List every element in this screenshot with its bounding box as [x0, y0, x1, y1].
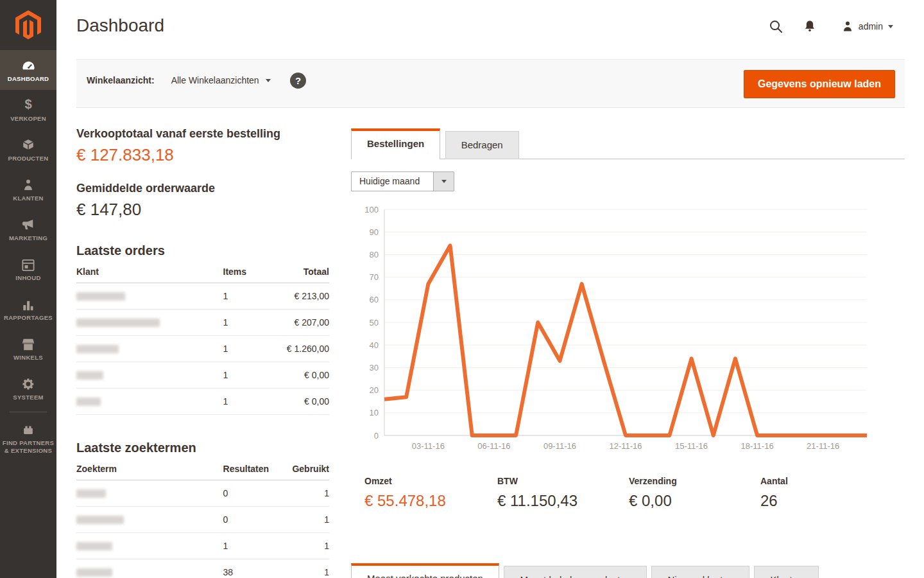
user-icon	[842, 21, 853, 32]
total-aantal: Aantal26	[760, 476, 788, 510]
chart-tabs: Bestellingen Bedragen	[351, 128, 905, 159]
table-row[interactable]: 1€ 0,00	[76, 362, 329, 389]
redacted-customer-name	[76, 345, 119, 353]
tab-bestellingen[interactable]: Bestellingen	[351, 128, 440, 159]
search-icon[interactable]	[769, 19, 783, 33]
total-btw: BTW€ 11.150,43	[497, 476, 578, 510]
header-actions: admin	[769, 19, 893, 33]
sidebar-divider	[10, 412, 47, 412]
sidebar: DASHBOARD $ VERKOPEN PRODUCTEN	[0, 0, 56, 578]
sidebar-item-producten[interactable]: PRODUCTEN	[0, 130, 56, 170]
sidebar-item-label: FIND PARTNERS & EXTENSIONS	[1, 439, 55, 455]
last-orders-title: Laatste orders	[76, 243, 329, 258]
tab-bedragen[interactable]: Bedragen	[445, 131, 519, 159]
svg-text:$: $	[24, 97, 31, 111]
store-view-label: Winkelaanzicht:	[87, 75, 155, 85]
page-title: Dashboard	[76, 15, 164, 36]
sidebar-item-label: SYSTEEM	[1, 394, 55, 401]
redacted-search-term	[76, 542, 112, 550]
svg-text:40: 40	[370, 340, 379, 350]
table-row[interactable]: 1€ 207,00	[76, 310, 329, 336]
sidebar-item-find-partners[interactable]: FIND PARTNERS & EXTENSIONS	[0, 416, 56, 460]
sidebar-item-rapportages[interactable]: RAPPORTAGES	[0, 289, 56, 329]
total-verzending: Verzending€ 0,00	[629, 476, 677, 510]
help-icon[interactable]: ?	[290, 73, 306, 89]
sidebar-item-label: MARKETING	[1, 234, 55, 242]
svg-text:30: 30	[370, 363, 379, 372]
table-row[interactable]: 1€ 1.260,00	[76, 336, 329, 362]
lifetime-sales-value: € 127.833,18	[76, 145, 329, 165]
main-area: Dashboard admin	[56, 0, 924, 578]
chart-column: Bestellingen Bedragen Huidige maand 0102…	[351, 108, 905, 522]
last-orders-table: Klant Items Totaal 1€ 213,00 1€ 207,00	[76, 267, 329, 415]
period-select-button[interactable]	[433, 172, 454, 191]
extensions-icon	[21, 421, 35, 437]
redacted-customer-name	[76, 371, 103, 380]
bell-icon[interactable]	[803, 19, 816, 33]
svg-text:06-11-16: 06-11-16	[477, 441, 510, 451]
products-icon	[21, 137, 35, 152]
admin-username: admin	[859, 21, 883, 31]
magento-logo[interactable]	[0, 0, 56, 50]
sidebar-item-inhoud[interactable]: INHOUD	[0, 249, 56, 289]
sidebar-item-label: INHOUD	[1, 274, 55, 282]
svg-text:80: 80	[370, 250, 379, 259]
sidebar-item-label: WINKELS	[1, 354, 55, 362]
chevron-down-icon	[888, 25, 893, 28]
sidebar-item-label: DASHBOARD	[1, 75, 55, 83]
sidebar-item-label: VERKOPEN	[1, 115, 55, 123]
svg-text:18-11-16: 18-11-16	[741, 441, 774, 451]
sidebar-item-marketing[interactable]: MARKETING	[0, 209, 56, 249]
sidebar-item-dashboard[interactable]: DASHBOARD	[0, 50, 56, 90]
tab-meest-bekeken-producten[interactable]: Meest bekeken producten	[504, 566, 647, 578]
tab-nieuwe-klanten[interactable]: Nieuwe klanten	[651, 566, 749, 578]
bottom-tabs: Meest verkochte producten Meest bekeken …	[351, 563, 905, 578]
sidebar-item-systeem[interactable]: SYSTEEM	[0, 369, 56, 408]
table-row[interactable]: 11	[76, 533, 329, 559]
marketing-icon	[21, 216, 35, 232]
svg-text:50: 50	[370, 318, 379, 328]
orders-line-chart: 010203040506070809010003-11-1606-11-1609…	[354, 205, 874, 454]
column-header: Klant	[76, 267, 223, 283]
redacted-customer-name	[76, 292, 125, 301]
redacted-search-term	[76, 516, 124, 524]
system-icon	[21, 376, 35, 391]
period-select[interactable]: Huidige maand	[351, 171, 454, 191]
sidebar-item-label: RAPPORTAGES	[1, 314, 55, 322]
tab-klanten[interactable]: Klanten	[754, 566, 819, 578]
period-select-value: Huidige maand	[352, 172, 433, 191]
column-header: Gebruikt	[278, 464, 329, 480]
store-view-switcher[interactable]: Winkelaanzicht: Alle Winkelaanzichten	[87, 75, 271, 85]
average-order-label: Gemiddelde orderwaarde	[76, 182, 329, 195]
redacted-search-term	[76, 568, 112, 577]
table-row[interactable]: 1€ 0,00	[76, 389, 329, 415]
svg-text:15-11-16: 15-11-16	[675, 441, 708, 451]
svg-text:0: 0	[374, 431, 379, 441]
lifetime-sales-label: Verkooptotaal vanaf eerste bestelling	[76, 127, 329, 141]
svg-text:90: 90	[370, 227, 379, 237]
table-row[interactable]: 1€ 213,00	[76, 283, 329, 310]
table-row[interactable]: 381	[76, 559, 329, 578]
average-order-value: € 147,80	[76, 200, 329, 220]
svg-text:03-11-16: 03-11-16	[412, 441, 445, 451]
svg-text:10: 10	[370, 408, 379, 417]
sidebar-item-winkels[interactable]: WINKELS	[0, 329, 56, 369]
magento-logo-icon	[14, 10, 42, 40]
sidebar-item-label: PRODUCTEN	[1, 155, 55, 162]
column-header: Items	[223, 267, 279, 283]
reload-data-button[interactable]: Gegevens opnieuw laden	[744, 70, 895, 98]
stats-column: Verkooptotaal vanaf eerste bestelling € …	[76, 108, 329, 578]
svg-text:20: 20	[370, 385, 379, 395]
table-row[interactable]: 01	[76, 507, 329, 533]
total-omzet: Omzet€ 55.478,18	[364, 476, 446, 510]
account-menu[interactable]: admin	[842, 21, 893, 32]
store-view-value[interactable]: Alle Winkelaanzichten	[171, 75, 259, 85]
magento-admin-dashboard: DASHBOARD $ VERKOPEN PRODUCTEN	[0, 0, 924, 578]
svg-text:09-11-16: 09-11-16	[543, 441, 576, 451]
chevron-down-icon	[266, 79, 271, 82]
table-row[interactable]: 01	[76, 480, 329, 507]
sidebar-item-klanten[interactable]: KLANTEN	[0, 170, 56, 209]
sidebar-item-verkopen[interactable]: $ VERKOPEN	[0, 90, 56, 130]
last-search-terms-title: Laatste zoektermen	[76, 441, 329, 455]
tab-meest-verkochte-producten[interactable]: Meest verkochte producten	[351, 563, 499, 578]
